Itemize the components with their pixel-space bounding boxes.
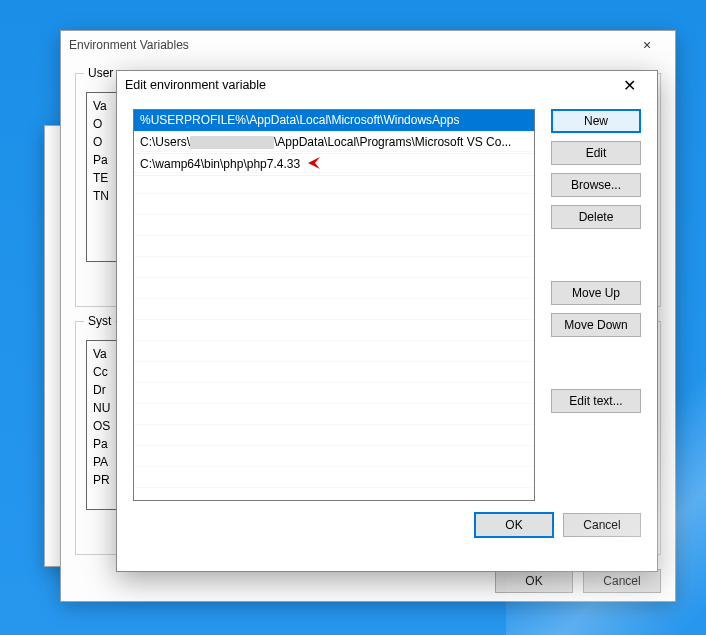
path-item[interactable]: C:\Users\\AppData\Local\Programs\Microso… [134,132,534,154]
move-down-button[interactable]: Move Down [551,313,641,337]
new-button[interactable]: New [551,109,641,133]
edit-env-var-window: Edit environment variable ✕ %USERPROFILE… [116,70,658,572]
env-title: Environment Variables [69,38,627,52]
path-item[interactable]: %USERPROFILE%\AppData\Local\Microsoft\Wi… [134,110,534,132]
user-group-legend: User [84,66,117,80]
redacted-segment [190,136,274,149]
path-list[interactable]: %USERPROFILE%\AppData\Local\Microsoft\Wi… [133,109,535,501]
desktop: Environment Variables × User VaOOPaTETN … [0,0,706,635]
system-group-legend: Syst [84,314,115,328]
close-icon[interactable]: × [627,37,667,53]
delete-button[interactable]: Delete [551,205,641,229]
edit-cancel-button[interactable]: Cancel [563,513,641,537]
env-titlebar[interactable]: Environment Variables × [61,31,675,59]
path-item[interactable]: C:\wamp64\bin\php\php7.4.33 [134,154,534,176]
edit-ok-button[interactable]: OK [475,513,553,537]
annotation-arrow-icon [304,155,322,173]
edit-titlebar[interactable]: Edit environment variable ✕ [117,71,657,99]
browse-button[interactable]: Browse... [551,173,641,197]
edit-button[interactable]: Edit [551,141,641,165]
edit-title: Edit environment variable [125,78,609,92]
env-ok-button[interactable]: OK [495,569,573,593]
close-icon[interactable]: ✕ [609,76,649,95]
move-up-button[interactable]: Move Up [551,281,641,305]
edit-text-button[interactable]: Edit text... [551,389,641,413]
env-cancel-button[interactable]: Cancel [583,569,661,593]
